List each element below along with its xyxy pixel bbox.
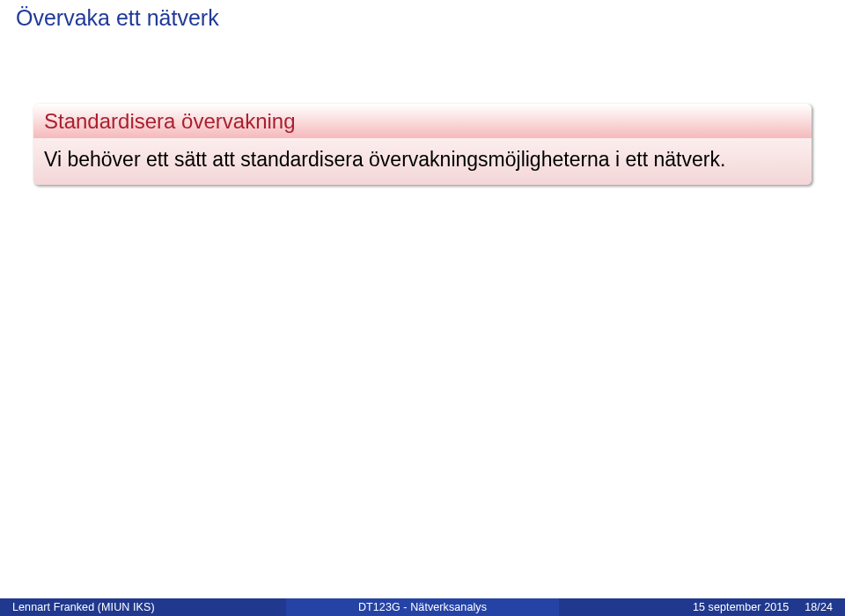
footer-date: 15 september 2015	[693, 601, 789, 613]
block-title: Standardisera övervakning	[33, 104, 812, 138]
alert-block: Standardisera övervakning Vi behöver ett…	[33, 104, 812, 185]
slide-title: Övervaka ett nätverk	[0, 0, 845, 31]
footer: Lennart Franked (MIUN IKS) DT123G - Nätv…	[0, 598, 845, 616]
footer-page-current: 18	[805, 601, 817, 613]
content-area: Standardisera övervakning Vi behöver ett…	[33, 104, 812, 185]
footer-gap	[789, 601, 805, 613]
footer-author: Lennart Franked (MIUN IKS)	[0, 598, 286, 616]
block-body: Vi behöver ett sätt att standardisera öv…	[33, 138, 812, 185]
footer-course: DT123G - Nätverksanalys	[286, 598, 560, 616]
footer-page-total: 24	[820, 601, 833, 613]
slide: Övervaka ett nätverk Standardisera överv…	[0, 0, 845, 616]
footer-right: 15 september 2015 18 / 24	[559, 598, 845, 616]
